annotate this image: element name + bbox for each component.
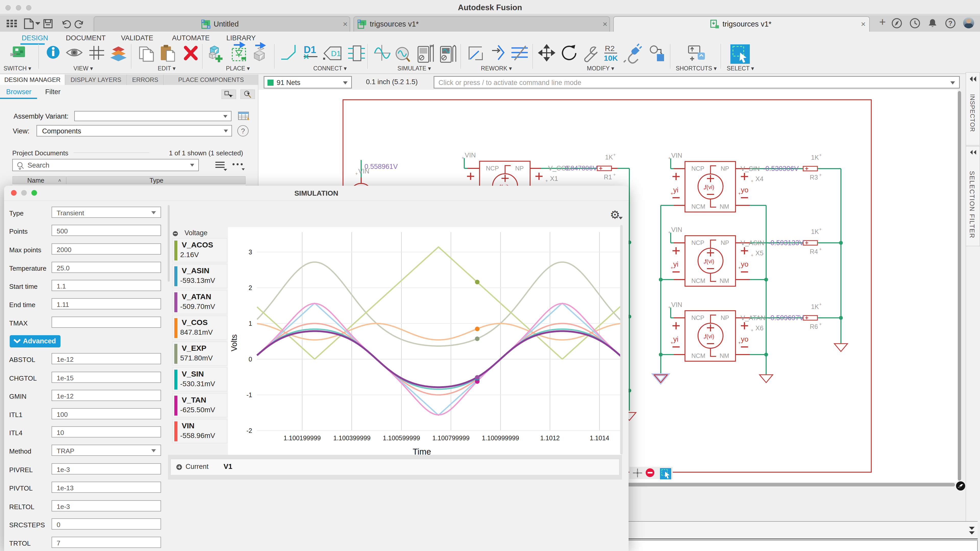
svg-text:+: + [738,265,741,270]
svg-text:NCM: NCM [691,277,705,284]
svg-text:+: + [671,265,673,270]
svg-text:+: + [613,152,616,157]
svg-text:R1: R1 [604,173,612,181]
svg-text:+: + [703,186,706,191]
svg-text:+: + [703,336,706,340]
svg-text:yi: yi [673,335,678,343]
svg-text:+: + [819,322,821,326]
svg-text:X1: X1 [550,175,558,183]
svg-text:NM: NM [720,203,729,210]
svg-text:-0.530306V: -0.530306V [763,165,799,172]
svg-text:0.558961V: 0.558961V [364,163,398,170]
svg-text:NCM: NCM [691,352,705,359]
svg-text:NP: NP [721,239,729,246]
svg-text:NCP: NCP [691,239,704,246]
svg-text:NP: NP [721,314,729,321]
svg-text:+: + [819,302,821,306]
svg-text:R3: R3 [810,174,818,181]
svg-text:yi: yi [673,260,678,268]
svg-text:V_ATAN: V_ATAN [741,314,765,322]
svg-text:yo: yo [741,335,749,343]
svg-text:NM: NM [720,352,729,359]
svg-text:NP: NP [515,165,524,171]
svg-text:NP: NP [721,165,729,172]
svg-text:VIN: VIN [358,167,369,175]
svg-text:+: + [819,227,821,231]
svg-text:+: + [819,247,821,251]
svg-text:VIN: VIN [671,301,682,308]
svg-text:+: + [671,341,673,345]
svg-text:f(vi): f(vi) [705,184,714,190]
svg-text:+: + [751,253,753,258]
svg-text:V_ASIN: V_ASIN [741,239,764,247]
svg-text:yo: yo [741,260,749,268]
svg-text:+: + [751,328,753,333]
svg-text:+: + [671,191,673,196]
svg-text:-0.593133V: -0.593133V [768,239,804,247]
svg-text:1K: 1K [811,303,819,310]
svg-text:NM: NM [720,277,729,284]
svg-text:1K: 1K [811,228,819,235]
svg-text:0.847806V: 0.847806V [565,164,597,172]
svg-text:yo: yo [741,186,749,194]
svg-text:+: + [819,173,821,177]
svg-text:X6: X6 [756,324,764,332]
svg-text:-0.509697V: -0.509697V [768,314,804,322]
svg-text:f(vi): f(vi) [705,333,714,340]
svg-text:1K: 1K [605,154,613,161]
svg-text:1K: 1K [811,154,819,161]
svg-text:NCP: NCP [691,165,704,172]
svg-text:yi: yi [673,186,678,194]
svg-text:NCM: NCM [691,203,705,210]
svg-text:X4: X4 [756,175,764,183]
svg-text:VIN: VIN [671,226,682,233]
svg-text:NCP: NCP [486,165,499,171]
svg-text:VIN: VIN [465,151,476,159]
svg-text:X5: X5 [756,249,764,257]
svg-text:+: + [819,153,821,157]
svg-text:f(vi): f(vi) [705,258,714,265]
svg-text:+: + [703,261,706,265]
svg-text:V_SIN: V_SIN [741,165,760,172]
svg-text:+: + [355,171,358,176]
svg-text:+: + [738,341,741,345]
svg-text:VIN: VIN [671,151,682,159]
svg-text:+: + [738,191,741,196]
svg-text:+: + [751,179,753,183]
svg-text:+: + [613,172,616,177]
svg-text:R6: R6 [810,323,818,330]
svg-text:NCP: NCP [691,314,704,321]
svg-text:+: + [546,178,548,183]
svg-text:R4: R4 [810,248,818,255]
